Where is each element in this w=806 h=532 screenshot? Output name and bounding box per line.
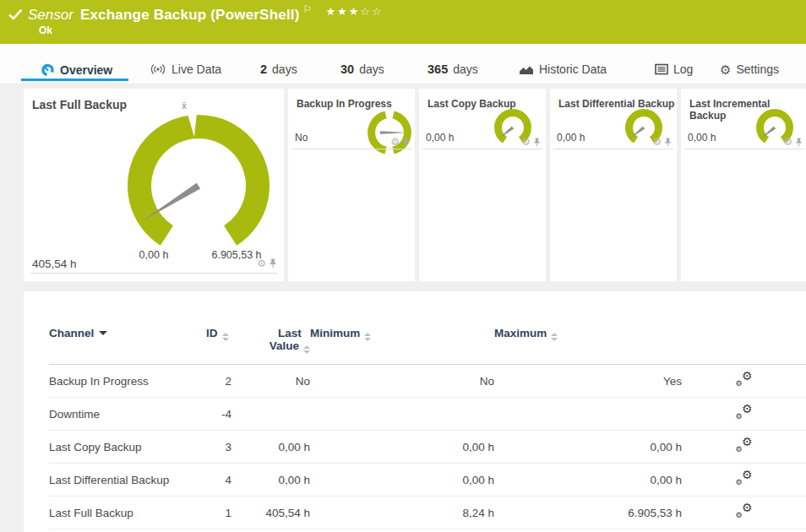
pin-icon[interactable] xyxy=(795,138,803,147)
table-row: Last Copy Backup 3 0,00 h 0,00 h 0,00 h … xyxy=(49,431,806,464)
channel-name: Last Copy Backup xyxy=(49,431,206,464)
channel-maximum: 6.905,53 h xyxy=(494,497,682,529)
tab-settings[interactable]: ⚙ Settings xyxy=(720,62,779,76)
gauge-title: Last Full Backup xyxy=(32,98,127,111)
panel-divider xyxy=(291,149,411,149)
channel-last-value: 405,54 h xyxy=(231,497,310,529)
tab-overview[interactable]: Overview xyxy=(41,62,112,77)
gear-icon: ⚙ xyxy=(720,63,731,76)
channel-last-value: 0,00 h xyxy=(231,431,310,464)
active-tab-underline xyxy=(21,79,128,81)
column-label: Minimum xyxy=(310,327,360,339)
channel-minimum: 0,00 h xyxy=(310,529,494,532)
channel-minimum xyxy=(310,398,494,431)
channel-table-panel: Channel ID LastValue Minimum Maximum Bac… xyxy=(24,291,806,532)
column-header-last-value[interactable]: LastValue xyxy=(231,327,310,365)
channel-name: Backup In Progress xyxy=(49,365,206,398)
tab-number: 365 xyxy=(428,62,448,76)
table-row: Last Incremental Backup 5 0,00 h 0,00 h … xyxy=(49,529,806,532)
gauges-section: Last Full Backup x̄ 0,00 h 6.905,53 h 40… xyxy=(24,89,806,281)
channel-name: Last Full Backup xyxy=(49,497,206,529)
channel-id: 3 xyxy=(206,431,231,464)
table-row: Last Full Backup 1 405,54 h 8,24 h 6.905… xyxy=(49,497,806,529)
edit-channel-icon[interactable]: ⚙⚙ xyxy=(736,438,753,453)
priority-stars[interactable]: ★★★☆☆ xyxy=(325,5,383,18)
priority-flag-icon[interactable]: ⚐ xyxy=(303,3,313,15)
table-row: Last Differential Backup 4 0,00 h 0,00 h… xyxy=(49,464,806,497)
column-label: Channel xyxy=(49,327,94,339)
page-title: Exchange Backup (PowerShell) xyxy=(80,7,300,24)
tab-bar: Overview Live Data 2 days 30 days 365 da… xyxy=(0,44,806,84)
channel-last-value: 0,00 h xyxy=(231,529,310,532)
table-header-row: Channel ID LastValue Minimum Maximum xyxy=(49,327,806,365)
channel-id: 1 xyxy=(206,497,231,529)
edit-channel-icon[interactable]: ⚙⚙ xyxy=(736,504,753,518)
stars-empty[interactable]: ☆☆ xyxy=(360,5,383,18)
channel-minimum: 8,24 h xyxy=(310,497,494,529)
gauge-panel-last-copy-backup: Last Copy Backup 0,00 h ⚙ xyxy=(419,89,546,281)
channel-maximum xyxy=(494,398,682,431)
channel-name: Downtime xyxy=(49,398,206,431)
gauge-current-value: 0,00 h xyxy=(688,132,716,144)
sort-arrows-icon xyxy=(303,345,310,354)
gauge-settings-gear-icon[interactable]: ⚙ xyxy=(521,137,531,147)
channel-last-value xyxy=(231,398,310,431)
gauge-settings-gear-icon[interactable]: ⚙ xyxy=(783,137,792,147)
channel-table: Channel ID LastValue Minimum Maximum Bac… xyxy=(49,327,806,532)
channel-maximum: 0,00 h xyxy=(494,431,682,464)
channel-id: 5 xyxy=(206,529,231,532)
edit-channel-icon[interactable]: ⚙⚙ xyxy=(736,372,753,387)
pin-icon[interactable] xyxy=(402,138,410,147)
gauge-settings-gear-icon[interactable]: ⚙ xyxy=(257,258,266,269)
column-header-minimum[interactable]: Minimum xyxy=(310,327,494,365)
channel-last-value: No xyxy=(231,365,310,398)
object-kind-label: Sensor xyxy=(28,7,74,24)
tab-365-days[interactable]: 365 days xyxy=(428,62,478,76)
backup-in-progress-gauge[interactable] xyxy=(363,106,416,159)
channel-name: Last Differential Backup xyxy=(49,464,206,497)
column-header-maximum[interactable]: Maximum xyxy=(494,327,682,365)
gauge-settings-gear-icon[interactable]: ⚙ xyxy=(390,137,400,147)
stars-filled[interactable]: ★★★ xyxy=(325,5,360,18)
channel-id: 2 xyxy=(206,365,231,398)
edit-channel-icon[interactable]: ⚙⚙ xyxy=(736,405,753,420)
pin-icon[interactable] xyxy=(533,138,541,147)
channel-maximum: 0,00 h xyxy=(494,464,682,497)
broadcast-icon xyxy=(150,62,166,76)
channel-minimum: 0,00 h xyxy=(310,464,494,497)
tab-historic-data[interactable]: Historic Data xyxy=(519,62,607,76)
gauge-scale-min: 0,00 h xyxy=(124,249,183,261)
sort-active-icon xyxy=(99,331,107,335)
tab-label: Log xyxy=(673,62,693,76)
last-full-backup-gauge[interactable] xyxy=(114,108,283,253)
tab-label: days xyxy=(272,62,297,76)
column-header-channel[interactable]: Channel xyxy=(49,327,206,365)
gauge-current-value: No xyxy=(295,132,308,144)
sort-arrows-icon xyxy=(551,333,558,341)
channel-minimum: 0,00 h xyxy=(310,431,494,464)
panel-divider xyxy=(684,149,804,149)
tab-log[interactable]: Log xyxy=(655,62,693,76)
pin-icon[interactable] xyxy=(664,138,672,147)
tab-2-days[interactable]: 2 days xyxy=(260,62,297,76)
table-row: Downtime -4 ⚙⚙ xyxy=(49,398,806,431)
status-check-icon xyxy=(8,8,23,20)
tab-label: days xyxy=(359,62,384,76)
area-chart-icon xyxy=(519,63,534,75)
gauge-settings-gear-icon[interactable]: ⚙ xyxy=(652,137,662,147)
status-badge: Ok xyxy=(39,24,52,36)
pin-icon[interactable] xyxy=(269,258,277,269)
tab-30-days[interactable]: 30 days xyxy=(340,62,384,76)
gauge-current-value: 405,54 h xyxy=(32,258,77,270)
edit-channel-icon[interactable]: ⚙⚙ xyxy=(736,471,753,486)
sensor-header: Sensor Exchange Backup (PowerShell) ⚐ ★★… xyxy=(0,0,806,44)
sort-arrows-icon xyxy=(364,333,371,341)
tab-label: Settings xyxy=(736,62,779,76)
tab-label: Overview xyxy=(60,63,112,77)
gauge-icon xyxy=(41,62,55,77)
tab-live-data[interactable]: Live Data xyxy=(150,62,221,76)
column-label: ID xyxy=(206,327,218,339)
column-label: Maximum xyxy=(494,327,547,339)
column-header-id[interactable]: ID xyxy=(206,327,231,365)
tab-number: 2 xyxy=(260,62,267,76)
